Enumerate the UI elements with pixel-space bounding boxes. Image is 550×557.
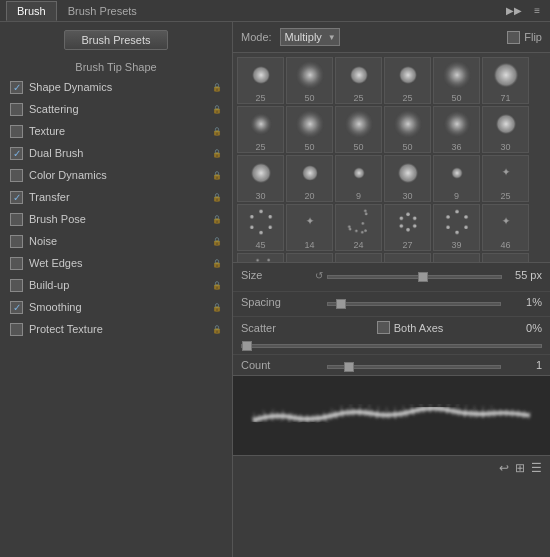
brush-list-item-0[interactable]: Shape Dynamics🔒: [0, 76, 232, 98]
brush-list-item-9[interactable]: Build-up🔒: [0, 274, 232, 296]
brush-img-8: [344, 109, 374, 139]
brush-cell-29[interactable]: 44: [482, 253, 529, 263]
brush-list-item-11[interactable]: Protect Texture🔒: [0, 318, 232, 340]
brush-item-checkbox-5[interactable]: [10, 191, 23, 204]
brush-num-11: 30: [500, 142, 510, 152]
count-slider[interactable]: [327, 365, 501, 369]
brush-list-item-8[interactable]: Wet Edges🔒: [0, 252, 232, 274]
brush-item-checkbox-2[interactable]: [10, 125, 23, 138]
brush-preview-29: [489, 254, 523, 263]
brush-preview-27: [391, 254, 425, 263]
brush-item-label-7: Noise: [29, 235, 208, 247]
brush-item-checkbox-8[interactable]: [10, 257, 23, 270]
brush-cell-8[interactable]: 50: [335, 106, 382, 153]
brush-cell-26[interactable]: 17: [335, 253, 382, 263]
brush-item-checkbox-11[interactable]: [10, 323, 23, 336]
brush-cell-24[interactable]: 59: [237, 253, 284, 263]
tab-brush[interactable]: Brush: [6, 1, 57, 21]
brush-cell-15[interactable]: 30: [384, 155, 431, 202]
brush-img-0: [246, 60, 276, 90]
brush-list-item-5[interactable]: Transfer🔒: [0, 186, 232, 208]
brush-cell-6[interactable]: 25: [237, 106, 284, 153]
brush-img-7: [295, 109, 325, 139]
brush-cell-21[interactable]: 27: [384, 204, 431, 251]
brush-num-17: 25: [500, 191, 510, 201]
brush-cell-16[interactable]: 9: [433, 155, 480, 202]
mode-select[interactable]: NormalMultiplyScreenOverlayDarkenLighten: [280, 28, 340, 46]
brush-cell-1[interactable]: 50: [286, 57, 333, 104]
brush-preview-14: [342, 156, 376, 190]
brush-cell-0[interactable]: 25: [237, 57, 284, 104]
list-icon[interactable]: ☰: [531, 461, 542, 475]
scatter-both-label: Both Axes: [394, 322, 444, 334]
brush-item-checkbox-6[interactable]: [10, 213, 23, 226]
forward-icon[interactable]: ▶▶: [502, 3, 526, 18]
brush-cell-12[interactable]: 30: [237, 155, 284, 202]
flip-checkbox[interactable]: [507, 31, 520, 44]
brush-cell-27[interactable]: 23: [384, 253, 431, 263]
brush-cell-18[interactable]: 45: [237, 204, 284, 251]
spacing-slider[interactable]: [327, 302, 501, 306]
brush-list-item-1[interactable]: Scattering🔒: [0, 98, 232, 120]
brush-item-checkbox-7[interactable]: [10, 235, 23, 248]
menu-icon[interactable]: ≡: [530, 3, 544, 18]
undo-icon[interactable]: ↩: [499, 461, 509, 475]
brush-cell-7[interactable]: 50: [286, 106, 333, 153]
brush-num-20: 24: [353, 240, 363, 250]
brush-cell-13[interactable]: 20: [286, 155, 333, 202]
scatter-both-checkbox[interactable]: [377, 321, 390, 334]
brush-item-lock-6: 🔒: [212, 215, 222, 224]
brush-cell-5[interactable]: 71: [482, 57, 529, 104]
brush-list-item-3[interactable]: Dual Brush🔒: [0, 142, 232, 164]
brush-num-22: 39: [451, 240, 461, 250]
brush-num-14: 9: [356, 191, 361, 201]
brush-cell-22[interactable]: 39: [433, 204, 480, 251]
brush-preview-10: [440, 107, 474, 141]
brush-cell-25[interactable]: 11: [286, 253, 333, 263]
scatter-slider[interactable]: [241, 344, 542, 348]
brush-cell-17[interactable]: 25: [482, 155, 529, 202]
brush-preview-24: [244, 254, 278, 263]
brush-item-label-3: Dual Brush: [29, 147, 208, 159]
brush-img-21: [393, 207, 423, 237]
spacing-row: Spacing 1%: [233, 291, 550, 312]
brush-cell-4[interactable]: 50: [433, 57, 480, 104]
brush-cell-19[interactable]: 14: [286, 204, 333, 251]
brush-preview-17: [489, 156, 523, 190]
brush-cell-2[interactable]: 25: [335, 57, 382, 104]
brush-presets-button[interactable]: Brush Presets: [64, 30, 167, 50]
brush-list-item-4[interactable]: Color Dynamics🔒: [0, 164, 232, 186]
tab-brush-presets[interactable]: Brush Presets: [57, 1, 148, 21]
brush-item-checkbox-4[interactable]: [10, 169, 23, 182]
spacing-value: 1%: [507, 296, 542, 308]
flip-wrap: Flip: [507, 31, 542, 44]
brush-item-checkbox-9[interactable]: [10, 279, 23, 292]
brush-cell-10[interactable]: 36: [433, 106, 480, 153]
brush-cell-20[interactable]: 24: [335, 204, 382, 251]
size-slider[interactable]: [327, 275, 502, 279]
brush-item-label-11: Protect Texture: [29, 323, 208, 335]
brush-item-checkbox-1[interactable]: [10, 103, 23, 116]
brush-item-checkbox-0[interactable]: [10, 81, 23, 94]
brush-cell-28[interactable]: 36: [433, 253, 480, 263]
brush-grid-container[interactable]: 2550252550712550505036303020930925451424…: [233, 53, 550, 263]
brush-item-lock-5: 🔒: [212, 193, 222, 202]
brush-num-16: 9: [454, 191, 459, 201]
mode-row: Mode: NormalMultiplyScreenOverlayDarkenL…: [233, 22, 550, 53]
brush-list-item-6[interactable]: Brush Pose🔒: [0, 208, 232, 230]
reset-size-icon[interactable]: ↺: [315, 270, 323, 281]
brush-img-18: [246, 207, 276, 237]
brush-cell-9[interactable]: 50: [384, 106, 431, 153]
brush-cell-11[interactable]: 30: [482, 106, 529, 153]
brush-item-checkbox-10[interactable]: [10, 301, 23, 314]
brush-cell-14[interactable]: 9: [335, 155, 382, 202]
grid-icon[interactable]: ⊞: [515, 461, 525, 475]
size-label: Size: [241, 269, 311, 281]
brush-list-item-7[interactable]: Noise🔒: [0, 230, 232, 252]
brush-num-18: 45: [255, 240, 265, 250]
brush-item-checkbox-3[interactable]: [10, 147, 23, 160]
brush-list-item-10[interactable]: Smoothing🔒: [0, 296, 232, 318]
brush-list-item-2[interactable]: Texture🔒: [0, 120, 232, 142]
brush-cell-23[interactable]: 46: [482, 204, 529, 251]
brush-cell-3[interactable]: 25: [384, 57, 431, 104]
